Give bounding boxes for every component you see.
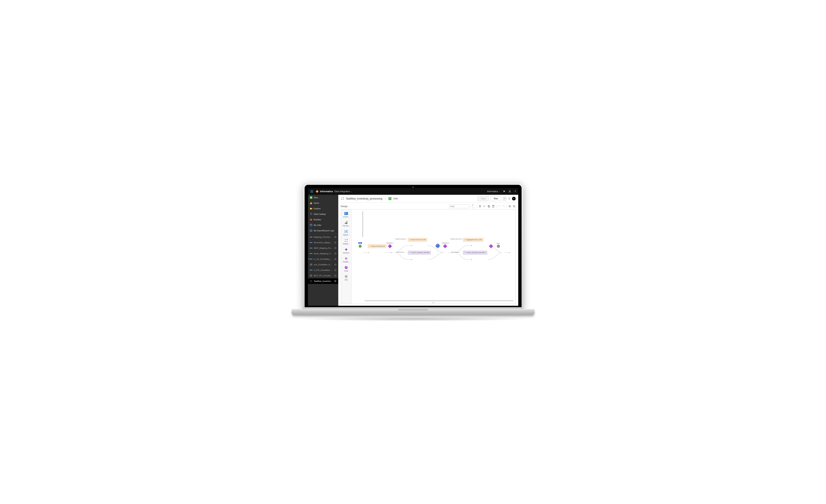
svg-point-31 [343, 197, 344, 198]
svg-marker-53 [391, 252, 393, 253]
redo-icon[interactable]: ↷ [502, 205, 505, 208]
end-icon [344, 275, 348, 278]
arrow-icon [369, 245, 371, 247]
hamburger-icon[interactable] [309, 189, 314, 194]
node-alert1[interactable]: ALERT_INCASE_FAILURE [408, 251, 431, 254]
valid-label: Valid [393, 197, 398, 200]
svg-rect-15 [311, 242, 312, 243]
svg-point-44 [345, 239, 346, 240]
node-aggregate[interactable]: Aggregate View on DW [463, 238, 483, 242]
paste-icon[interactable] [492, 205, 495, 208]
close-icon[interactable]: × [334, 269, 337, 271]
close-icon[interactable]: × [334, 241, 337, 244]
svg-rect-24 [311, 269, 312, 270]
sidebar-importexport[interactable]: My Import/Export Logs [308, 228, 338, 233]
org-dropdown[interactable]: Informatica⌄ [487, 190, 500, 193]
palette-end[interactable]: End [341, 273, 352, 282]
canvas[interactable]: Start Data_processing_DL Decision 1 Equa… [352, 209, 516, 304]
node-data-processing[interactable]: Data_processing_DL [368, 244, 387, 248]
bundle-icon [310, 218, 312, 221]
close-icon[interactable]: × [334, 252, 337, 255]
user-icon[interactable] [508, 190, 511, 193]
palette-filewatch[interactable]: File Wa... [341, 219, 352, 228]
node-alert2[interactable]: ALERT_INCASE_FAILURE 1 [463, 251, 487, 254]
mct-icon [310, 274, 312, 277]
flag-icon [409, 252, 411, 254]
svg-marker-55 [411, 259, 412, 260]
svg-point-46 [345, 241, 346, 242]
svg-point-29 [311, 281, 312, 282]
close-icon[interactable]: × [334, 236, 337, 238]
svg-rect-16 [310, 248, 310, 248]
palette-decision[interactable]: Decision [341, 246, 352, 255]
sidebar-datacatalog[interactable]: Data Catalog [308, 211, 338, 217]
close-icon[interactable]: × [334, 263, 337, 266]
sidebar-tab-1[interactable]: Serverless_Mappin... × [308, 240, 338, 245]
collapse-left-icon[interactable]: |← [472, 205, 475, 208]
sidebar-tab-3[interactable]: Azure_Mapping_P... × [308, 251, 338, 256]
close-icon[interactable]: × [334, 280, 337, 282]
validate-icon[interactable]: ✓ [503, 197, 506, 200]
product-dropdown[interactable]: Data Integration⌄ [335, 190, 352, 193]
zoom-out-icon[interactable] [513, 205, 516, 208]
sidebar-tab-7[interactable]: MCT_PO_Snowflak... × [308, 273, 338, 278]
svg-point-2 [509, 190, 510, 191]
palette-jump[interactable]: Jump [341, 264, 352, 273]
svg-rect-18 [310, 253, 310, 254]
close-icon[interactable]: × [334, 274, 337, 277]
decision1-label: Decision 1 [387, 242, 394, 244]
sidebar-new[interactable]: New... [308, 195, 338, 200]
logs-icon [310, 229, 312, 232]
sidebar-tab-8[interactable]: Taskflow_Inventrot... × [308, 278, 338, 284]
resize-handle[interactable]: ••• [432, 302, 435, 304]
svg-point-41 [345, 223, 348, 224]
edge-otherwise: Otherwise ▸ [397, 251, 404, 253]
svg-rect-23 [310, 269, 310, 270]
svg-marker-52 [368, 252, 369, 253]
palette-ingest[interactable]: Ingesti... [341, 228, 352, 237]
more-menu-icon[interactable] [508, 197, 510, 200]
svg-point-47 [347, 241, 348, 242]
sidebar-explore[interactable]: Explore [308, 206, 338, 211]
jobs-icon [310, 224, 312, 227]
close-tab-icon[interactable]: × [512, 197, 516, 200]
flow-connections [352, 209, 516, 304]
palette-command[interactable]: Comm... [341, 210, 352, 219]
node-end[interactable] [497, 245, 500, 248]
undo-icon[interactable]: ↶ [498, 205, 501, 208]
sidebar-tab-5[interactable]: mct_Snowflake_Ad... × [308, 262, 338, 267]
cut-icon[interactable]: ✂ [483, 205, 486, 208]
node-move-dl-dw[interactable]: Move From DL to DW [408, 238, 427, 242]
palette-parallel[interactable]: Parallel... [341, 255, 352, 264]
delete-icon[interactable] [479, 205, 481, 208]
sidebar-myjobs[interactable]: My Jobs [308, 222, 338, 228]
palette-subtask[interactable]: Subtas... [341, 237, 352, 246]
node-start[interactable] [359, 245, 362, 248]
design-toolbar: Design |← ✂ [341, 204, 516, 209]
zoom-in-icon[interactable] [508, 205, 511, 208]
help-icon[interactable]: ? [514, 190, 517, 193]
sidebar-home[interactable]: Home [308, 200, 338, 206]
scrollbar-horizontal[interactable] [364, 300, 514, 301]
close-icon[interactable]: × [334, 247, 337, 249]
svg-point-32 [341, 199, 342, 200]
sidebar-tab-6[interactable]: m_PO_Snowflake_... × [308, 267, 338, 273]
svg-rect-20 [310, 258, 310, 259]
copy-icon[interactable] [487, 205, 490, 208]
svg-rect-10 [310, 224, 312, 225]
find-input[interactable] [449, 204, 469, 208]
sidebar-tab-0[interactable]: Mapping_Purchase... × [308, 234, 338, 240]
home-icon [310, 202, 312, 204]
start-label: Start [358, 242, 362, 244]
chevron-down-icon: ⌄ [351, 191, 352, 193]
sidebar-tab-4[interactable]: m_S3_Snowflake_... × [308, 256, 338, 262]
sidebar-tab-2[interactable]: AWS_Mapping_Pu... × [308, 245, 338, 251]
svg-marker-58 [471, 259, 472, 260]
plus-icon [310, 196, 312, 199]
close-icon[interactable]: × [334, 258, 337, 260]
svg-marker-57 [471, 245, 472, 246]
sidebar-bundles[interactable]: Bundles [308, 217, 338, 222]
run-button[interactable]: Run [491, 196, 501, 201]
flag-icon[interactable]: ⚑ [503, 190, 506, 193]
save-button[interactable]: Save [478, 196, 489, 201]
